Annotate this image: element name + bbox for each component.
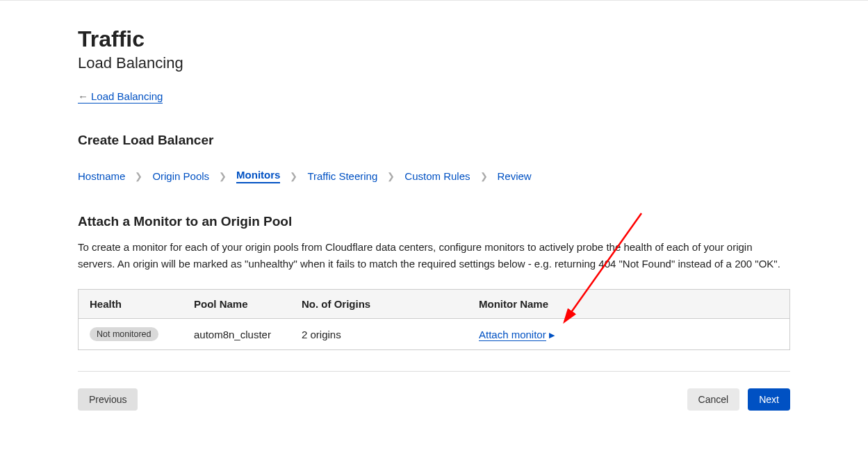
wizard-step-review[interactable]: Review bbox=[498, 170, 532, 182]
wizard-step-hostname[interactable]: Hostname bbox=[78, 170, 125, 182]
chevron-right-icon: ❯ bbox=[135, 171, 142, 181]
page-subtitle: Load Balancing bbox=[78, 54, 790, 72]
attach-monitor-link[interactable]: Attach monitor bbox=[479, 329, 546, 341]
cancel-button[interactable]: Cancel bbox=[687, 388, 740, 411]
wizard-steps: Hostname ❯ Origin Pools ❯ Monitors ❯ Tra… bbox=[78, 169, 790, 183]
monitor-table: Health Pool Name No. of Origins Monitor … bbox=[78, 289, 790, 350]
col-monitor-name: Monitor Name bbox=[468, 290, 789, 319]
arrow-left-icon: ← bbox=[78, 90, 88, 102]
cell-no-origins: 2 origins bbox=[290, 319, 468, 350]
col-pool-name: Pool Name bbox=[183, 290, 290, 319]
divider bbox=[78, 371, 790, 372]
back-link-label: Load Balancing bbox=[91, 90, 163, 102]
wizard-step-origin-pools[interactable]: Origin Pools bbox=[152, 170, 209, 182]
wizard-step-custom-rules[interactable]: Custom Rules bbox=[404, 170, 470, 182]
chevron-right-icon: ❯ bbox=[290, 171, 297, 181]
next-button[interactable]: Next bbox=[748, 388, 790, 411]
cell-pool-name: autom8n_cluster bbox=[183, 319, 290, 350]
description-text: To create a monitor for each of your ori… bbox=[78, 239, 790, 272]
chevron-right-icon: ❯ bbox=[219, 171, 227, 181]
section-heading: Create Load Balancer bbox=[78, 133, 790, 148]
table-row: Not monitored autom8n_cluster 2 origins … bbox=[79, 319, 789, 350]
wizard-step-traffic-steering[interactable]: Traffic Steering bbox=[307, 170, 377, 182]
back-link[interactable]: ← Load Balancing bbox=[78, 90, 163, 104]
col-health: Health bbox=[79, 290, 183, 319]
button-row: Previous Cancel Next bbox=[78, 388, 790, 438]
caret-right-icon: ▶ bbox=[549, 331, 555, 339]
previous-button[interactable]: Previous bbox=[78, 388, 138, 411]
health-badge: Not monitored bbox=[90, 327, 158, 341]
sub-heading: Attach a Monitor to an Origin Pool bbox=[78, 214, 790, 229]
chevron-right-icon: ❯ bbox=[480, 171, 488, 181]
chevron-right-icon: ❯ bbox=[387, 171, 395, 181]
col-no-origins: No. of Origins bbox=[290, 290, 468, 319]
wizard-step-monitors[interactable]: Monitors bbox=[236, 169, 280, 183]
page-title: Traffic bbox=[78, 27, 790, 51]
